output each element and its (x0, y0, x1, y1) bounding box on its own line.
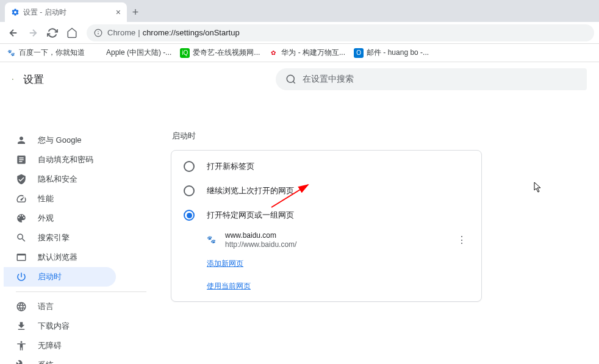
new-tab-button[interactable]: + (127, 4, 144, 21)
add-page-link-row: 添加新网页 (171, 252, 481, 275)
accessibility-icon (16, 340, 27, 351)
svg-point-2 (98, 31, 98, 32)
chrome-logo-icon (12, 72, 13, 87)
startup-page-row: 🐾 www.baidu.com http://www.baidu.com/ ⋮ (171, 227, 481, 252)
home-button[interactable] (63, 24, 81, 41)
radio-label: 打开特定网页或一组网页 (207, 210, 294, 221)
sidebar-item-label: 默认浏览器 (38, 252, 77, 263)
forward-button[interactable] (24, 24, 41, 41)
svg-point-8 (287, 75, 294, 82)
apple-icon (93, 48, 103, 58)
arrow-left-icon (8, 27, 19, 38)
bookmark-baidu[interactable]: 🐾 百度一下，你就知道 (6, 48, 85, 58)
sidebar-item-label: 外观 (38, 213, 54, 224)
wrench-icon (16, 360, 27, 364)
sidebar-item-appearance[interactable]: 外观 (4, 209, 116, 228)
arrow-right-icon (27, 27, 38, 38)
bookmark-label: 爱奇艺-在线视频网... (193, 48, 260, 58)
globe-icon (16, 301, 27, 312)
add-page-link[interactable]: 添加新网页 (207, 259, 243, 268)
paw-icon: 🐾 (6, 48, 16, 58)
sidebar-item-label: 启动时 (38, 271, 62, 282)
browser-toolbar: Chrome | chrome://settings/onStartup (0, 22, 599, 44)
palette-icon (16, 213, 27, 224)
back-button[interactable] (5, 24, 22, 41)
search-placeholder: 在设置中搜索 (303, 74, 354, 85)
autofill-icon (16, 154, 27, 165)
sidebar-item-label: 搜索引擎 (38, 232, 70, 243)
radio-label: 打开新标签页 (207, 161, 254, 172)
settings-main: 启动时 打开新标签页 继续浏览上次打开的网页 打开特定网页或一组网页 🐾 www… (159, 96, 599, 364)
tab-title: 设置 - 启动时 (23, 7, 66, 18)
sidebar-item-default-browser[interactable]: 默认浏览器 (4, 248, 116, 267)
sidebar-item-label: 自动填充和密码 (38, 154, 93, 165)
svg-line-9 (293, 81, 295, 83)
search-icon (285, 74, 296, 85)
address-prefix: Chrome (107, 28, 135, 37)
browser-tab[interactable]: 设置 - 启动时 × (5, 2, 127, 22)
outlook-icon: O (354, 48, 364, 58)
browser-icon (16, 252, 27, 263)
baidu-favicon-icon: 🐾 (207, 235, 217, 245)
sidebar-item-autofill[interactable]: 自动填充和密码 (4, 150, 116, 170)
address-url: chrome://settings/onStartup (143, 28, 240, 37)
search-icon (16, 232, 27, 243)
sidebar-item-accessibility[interactable]: 无障碍 (4, 336, 116, 355)
startup-card: 打开新标签页 继续浏览上次打开的网页 打开特定网页或一组网页 🐾 www.bai… (171, 150, 482, 302)
sidebar-item-downloads[interactable]: 下载内容 (4, 316, 116, 336)
sidebar-item-label: 隐私和安全 (38, 174, 77, 185)
sidebar-item-label: 无障碍 (38, 340, 62, 351)
reload-button[interactable] (44, 24, 61, 41)
radio-icon (184, 161, 195, 172)
browser-chrome: 设置 - 启动时 × + Chrome | chrome://settings/… (0, 0, 599, 62)
sidebar-item-label: 系统 (38, 360, 54, 364)
radio-option-new-tab[interactable]: 打开新标签页 (171, 154, 481, 179)
more-options-button[interactable]: ⋮ (454, 234, 469, 246)
sidebar-item-label: 下载内容 (38, 321, 70, 332)
section-title: 启动时 (172, 130, 599, 141)
radio-option-continue[interactable]: 继续浏览上次打开的网页 (171, 179, 481, 203)
sidebar-item-startup[interactable]: 启动时 (4, 267, 116, 287)
info-icon (94, 29, 102, 37)
sidebar-item-search-engine[interactable]: 搜索引擎 (4, 228, 116, 248)
bookmark-label: 邮件 - huang bo -... (367, 48, 429, 58)
download-icon (16, 321, 27, 332)
bookmark-huawei[interactable]: ✿ 华为 - 构建万物互... (268, 48, 345, 58)
page-url: http://www.baidu.com/ (225, 240, 446, 249)
sidebar-item-label: 性能 (38, 193, 54, 204)
settings-gear-icon (11, 8, 20, 16)
bookmark-label: 百度一下，你就知道 (19, 48, 85, 58)
bookmarks-bar: 🐾 百度一下，你就知道 Apple (中国大陆) -... iQ 爱奇艺-在线视… (0, 44, 599, 62)
speed-icon (16, 193, 27, 204)
sidebar-item-system[interactable]: 系统 (4, 355, 116, 364)
sidebar-item-privacy[interactable]: 隐私和安全 (4, 170, 116, 189)
sidebar-item-performance[interactable]: 性能 (4, 189, 116, 209)
radio-option-specific-pages[interactable]: 打开特定网页或一组网页 (171, 203, 481, 227)
use-current-pages-link[interactable]: 使用当前网页 (207, 282, 251, 290)
bookmark-label: Apple (中国大陆) -... (106, 48, 171, 58)
bookmark-iqiyi[interactable]: iQ 爱奇艺-在线视频网... (180, 48, 260, 58)
settings-search[interactable]: 在设置中搜索 (276, 68, 587, 90)
settings-sidebar: 您与 Google 自动填充和密码 隐私和安全 性能 外观 搜索引擎 默认浏览器 (0, 96, 159, 364)
tab-strip: 设置 - 启动时 × + (0, 0, 599, 22)
sidebar-item-languages[interactable]: 语言 (4, 297, 116, 316)
address-bar[interactable]: Chrome | chrome://settings/onStartup (87, 24, 594, 41)
iqiyi-icon: iQ (180, 48, 190, 58)
person-icon (16, 135, 27, 146)
bookmark-label: 华为 - 构建万物互... (281, 48, 345, 58)
settings-header: 设置 在设置中搜索 (0, 62, 599, 96)
svg-point-7 (13, 79, 13, 80)
sidebar-item-you-and-google[interactable]: 您与 Google (4, 130, 116, 150)
reload-icon (47, 27, 58, 38)
bookmark-apple[interactable]: Apple (中国大陆) -... (93, 48, 171, 58)
sidebar-item-label: 您与 Google (38, 135, 82, 146)
use-current-link-row: 使用当前网页 (171, 275, 481, 298)
page-title: 设置 (23, 73, 44, 87)
home-icon (66, 27, 77, 38)
radio-icon (184, 210, 195, 221)
radio-label: 继续浏览上次打开的网页 (207, 185, 294, 196)
close-icon[interactable]: × (116, 7, 121, 17)
bookmark-outlook[interactable]: O 邮件 - huang bo -... (354, 48, 429, 58)
page-name: www.baidu.com (225, 231, 446, 240)
address-separator: | (138, 28, 140, 37)
